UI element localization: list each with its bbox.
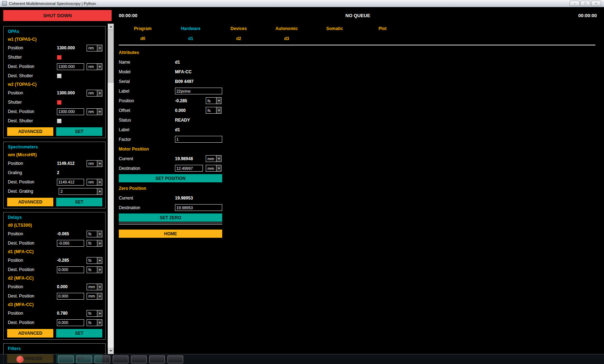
delay-subtabs: d0 d1 d2 d3 [119, 34, 595, 44]
close-button[interactable]: × [591, 1, 601, 6]
d1-dest-position-input[interactable] [57, 266, 84, 273]
sidebar-scrollbar[interactable] [108, 24, 114, 354]
unit-value: fs [87, 257, 97, 264]
wm-dest-grating-select[interactable]: 2 [59, 188, 102, 195]
d1-dest-position-unit-select[interactable]: fs [87, 266, 102, 273]
d1-position-unit-select[interactable]: fs [87, 257, 102, 264]
d2-dest-position-input[interactable] [57, 293, 84, 300]
opas-header: OPAs [4, 28, 105, 35]
dropdown-arrow-icon [97, 284, 102, 290]
w1-dest-position-input[interactable] [57, 63, 84, 70]
wm-dest-position-unit-select[interactable]: nm [87, 179, 102, 186]
tab-program[interactable]: Program [119, 26, 167, 31]
w2-shutter-indicator [57, 100, 62, 105]
tab-devices[interactable]: Devices [215, 26, 263, 31]
shutdown-button[interactable]: SHUT DOWN [3, 10, 112, 21]
tab-somatic[interactable]: Somatic [311, 26, 359, 31]
unit-value: mm [206, 156, 216, 162]
w1-section-title: w1 (TOPAS-C) [4, 35, 105, 43]
d0-position-row: Position -0.065 fs [4, 229, 105, 238]
subtab-d1[interactable]: d1 [167, 36, 215, 41]
spectrometers-set-button[interactable]: SET [56, 198, 102, 206]
w1-dest-position-label: Dest. Position [8, 64, 57, 69]
motor-destination-label: Destination [119, 166, 175, 171]
wm-dest-position-label: Dest. Position [8, 179, 57, 185]
w2-dest-position-input[interactable] [57, 108, 84, 115]
w1-dest-position-unit-select[interactable]: nm [87, 63, 102, 70]
zero-destination-label: Destination [119, 205, 175, 210]
set-zero-button[interactable]: SET ZERO [119, 213, 222, 222]
app-icon [2, 1, 7, 6]
set-position-button[interactable]: SET POSITION [119, 174, 222, 182]
attr-label2-row: Label d1 [119, 125, 595, 134]
spectrometers-buttons: ADVANCED SET [4, 196, 105, 206]
attr-position-row: Position -0.285 fs [119, 96, 595, 105]
spectrometers-advanced-button[interactable]: ADVANCED [7, 198, 53, 206]
taskbar-app-icon[interactable] [16, 356, 24, 363]
taskbar-window-button[interactable] [149, 355, 165, 363]
d3-position-unit-select[interactable]: fs [87, 310, 102, 317]
w1-dest-shutter-checkbox[interactable] [57, 74, 62, 78]
taskbar-window-button[interactable] [131, 355, 147, 363]
d0-dest-position-input[interactable] [57, 240, 84, 247]
tab-plot[interactable]: Plot [359, 26, 406, 31]
w2-section-title: w2 (TOPAS-C) [4, 80, 105, 88]
d3-dest-position-input[interactable] [57, 319, 84, 326]
d0-position-unit-select[interactable]: fs [87, 231, 102, 237]
motor-position-header: Motor Position [119, 144, 595, 154]
motor-current-label: Current [119, 156, 175, 161]
minimize-button[interactable]: – [570, 1, 580, 6]
tab-autonomic[interactable]: Autonomic [263, 26, 311, 31]
window-controls: – □ × [570, 1, 601, 6]
taskbar-window-button[interactable] [167, 355, 183, 363]
motor-destination-input[interactable] [175, 165, 203, 172]
taskbar-window-button[interactable] [94, 355, 110, 363]
d1-position-value: -0.285 [57, 258, 87, 263]
tab-hardware[interactable]: Hardware [167, 26, 215, 31]
taskbar-window-button[interactable] [113, 355, 128, 363]
attr-position-unit-select[interactable]: fs [206, 97, 221, 104]
sidebar-scroll-content: OPAs w1 (TOPAS-C) Position 1300.000 nm S… [0, 24, 107, 364]
w1-position-unit-select[interactable]: nm [87, 45, 102, 51]
attr-label-input[interactable] [175, 88, 222, 94]
w2-dest-shutter-checkbox[interactable] [57, 119, 62, 123]
scrollbar-thumb[interactable] [108, 30, 114, 83]
d0-position-label: Position [8, 231, 57, 236]
w2-position-unit-select[interactable]: nm [87, 90, 102, 97]
opas-advanced-button[interactable]: ADVANCED [7, 127, 53, 136]
opas-set-button[interactable]: SET [56, 127, 102, 136]
dropdown-arrow-icon [97, 267, 102, 273]
scroll-down-button[interactable] [108, 348, 114, 354]
taskbar-window-button[interactable] [58, 355, 74, 363]
zero-destination-input[interactable] [175, 204, 222, 211]
wm-dest-grating-row: Dest. Grating 2 [4, 187, 105, 196]
home-button[interactable]: HOME [119, 230, 222, 238]
subtab-d2[interactable]: d2 [215, 36, 263, 41]
unit-value: fs [206, 98, 216, 104]
w2-dest-position-unit-select[interactable]: nm [87, 108, 102, 115]
wm-dest-position-input[interactable] [57, 179, 84, 186]
subtab-d3[interactable]: d3 [263, 36, 311, 41]
delays-advanced-button[interactable]: ADVANCED [7, 329, 53, 338]
attr-offset-unit-select[interactable]: fs [206, 107, 221, 114]
dropdown-arrow-icon [97, 240, 102, 246]
attr-factor-input[interactable] [175, 136, 222, 143]
wm-position-unit-select[interactable]: nm [87, 160, 102, 167]
d0-dest-position-unit-select[interactable]: fs [87, 240, 102, 247]
scroll-up-button[interactable] [108, 24, 114, 30]
attr-position-label: Position [119, 98, 175, 103]
unit-value: nm [87, 64, 97, 70]
status-badge: READY [175, 118, 206, 123]
maximize-button[interactable]: □ [580, 1, 590, 6]
delays-set-button[interactable]: SET [56, 329, 102, 338]
motor-current-unit-select[interactable]: mm [206, 155, 221, 162]
d2-dest-position-unit-select[interactable]: mm [87, 293, 102, 300]
taskbar-window-button[interactable] [76, 355, 92, 363]
w1-shutter-indicator [57, 55, 62, 60]
d3-dest-position-unit-select[interactable]: fs [87, 319, 102, 326]
w1-position-row: Position 1300.000 nm [4, 43, 105, 53]
subtab-d0[interactable]: d0 [119, 36, 167, 41]
d2-position-value: 0.000 [57, 284, 87, 289]
d2-position-unit-select[interactable]: mm [87, 284, 102, 290]
motor-destination-unit-select[interactable]: mm [206, 165, 221, 172]
